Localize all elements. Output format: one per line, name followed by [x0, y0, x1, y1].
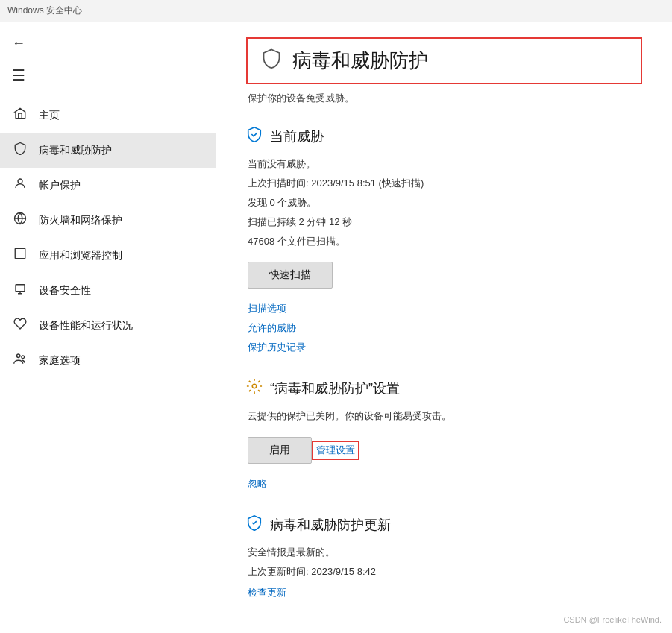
watermark: CSDN @FreelikeTheWind.	[563, 615, 662, 624]
section-header-virus-update: 病毒和威胁防护更新	[246, 514, 642, 535]
manage-settings-link[interactable]: 管理设置	[312, 441, 359, 460]
sidebar-item-label-account: 帐户保护	[39, 179, 81, 192]
section-body-virus-update: 安全情报是最新的。上次更新时间: 2023/9/15 8:42检查更新	[246, 544, 642, 599]
current-threats-line-4: 47608 个文件已扫描。	[248, 233, 642, 250]
section-title-virus-settings: “病毒和威胁防护”设置	[270, 380, 400, 397]
back-button[interactable]: ←	[0, 28, 216, 59]
app-container: ← ☰ 主页病毒和威胁防护帐户保护防火墙和网络保护应用和浏览器控制设备安全性设备…	[0, 22, 672, 633]
svg-rect-3	[16, 285, 25, 292]
svg-rect-2	[15, 248, 25, 259]
section-title-current-threats: 当前威胁	[270, 127, 324, 145]
section-title-virus-update: 病毒和威胁防护更新	[270, 516, 391, 534]
sidebar-item-app[interactable]: 应用和浏览器控制	[0, 238, 216, 273]
hamburger-icon: ☰	[12, 67, 25, 84]
sidebar-item-label-home: 主页	[39, 109, 60, 122]
current-threats-line-2: 发现 0 个威胁。	[248, 195, 642, 211]
page-title: 病毒和威胁防护	[292, 48, 428, 74]
sidebar: ← ☰ 主页病毒和威胁防护帐户保护防火墙和网络保护应用和浏览器控制设备安全性设备…	[0, 22, 216, 633]
performance-icon	[12, 317, 28, 334]
virus-settings-section-icon	[246, 378, 263, 399]
sidebar-items-list: 主页病毒和威胁防护帐户保护防火墙和网络保护应用和浏览器控制设备安全性设备性能和运…	[0, 98, 216, 378]
virus-update-line-1: 上次更新时间: 2023/9/15 8:42	[248, 564, 642, 580]
back-icon: ←	[12, 36, 25, 51]
virus-settings-line-0: 云提供的保护已关闭。你的设备可能易受攻击。	[248, 408, 642, 424]
page-subtitle: 保护你的设备免受威胁。	[246, 92, 642, 105]
current-threats-line-3: 扫描已持续 2 分钟 12 秒	[248, 214, 642, 230]
section-header-current-threats: 当前威胁	[246, 126, 642, 147]
section-virus-settings: “病毒和威胁防护”设置云提供的保护已关闭。你的设备可能易受攻击。启用管理设置忽略	[246, 378, 642, 490]
virus-update-section-icon	[246, 514, 263, 535]
virus-settings-button[interactable]: 启用	[248, 437, 312, 464]
svg-point-5	[22, 356, 25, 359]
app-icon	[12, 247, 28, 264]
home-icon	[12, 107, 28, 124]
svg-point-6	[252, 385, 257, 389]
svg-point-4	[17, 354, 21, 358]
section-current-threats: 当前威胁当前没有威胁。上次扫描时间: 2023/9/15 8:51 (快速扫描)…	[246, 126, 642, 354]
page-header-icon	[261, 48, 282, 74]
link-ignore[interactable]: 忽略	[248, 477, 642, 491]
sidebar-item-performance[interactable]: 设备性能和运行状况	[0, 308, 216, 343]
check-update-link[interactable]: 检查更新	[248, 586, 642, 599]
sidebar-item-firewall[interactable]: 防火墙和网络保护	[0, 203, 216, 238]
sidebar-item-home[interactable]: 主页	[0, 98, 216, 133]
sidebar-item-label-firewall: 防火墙和网络保护	[39, 214, 122, 227]
virus-update-line-0: 安全情报是最新的。	[248, 544, 642, 561]
sidebar-item-label-device: 设备安全性	[39, 284, 91, 297]
sidebar-item-label-performance: 设备性能和运行状况	[39, 319, 133, 333]
page-header: 病毒和威胁防护	[246, 37, 642, 84]
title-bar: Windows 安全中心	[0, 0, 672, 22]
account-icon	[12, 177, 28, 194]
sidebar-item-device[interactable]: 设备安全性	[0, 273, 216, 308]
section-virus-update: 病毒和威胁防护更新安全情报是最新的。上次更新时间: 2023/9/15 8:42…	[246, 514, 642, 599]
section-body-current-threats: 当前没有威胁。上次扫描时间: 2023/9/15 8:51 (快速扫描)发现 0…	[246, 156, 642, 354]
virus-icon	[12, 142, 28, 159]
current-threats-button[interactable]: 快速扫描	[248, 262, 333, 289]
link-allowed-threats[interactable]: 允许的威胁	[248, 321, 642, 335]
sidebar-item-label-app: 应用和浏览器控制	[39, 249, 122, 262]
current-threats-line-1: 上次扫描时间: 2023/9/15 8:51 (快速扫描)	[248, 175, 642, 192]
device-icon	[12, 282, 28, 299]
current-threats-line-0: 当前没有威胁。	[248, 156, 642, 172]
sections-container: 当前威胁当前没有威胁。上次扫描时间: 2023/9/15 8:51 (快速扫描)…	[246, 126, 642, 599]
current-threats-section-icon	[246, 126, 263, 147]
family-icon	[12, 352, 28, 369]
svg-point-0	[18, 179, 22, 183]
sidebar-item-account[interactable]: 帐户保护	[0, 168, 216, 203]
sidebar-item-virus[interactable]: 病毒和威胁防护	[0, 133, 216, 168]
main-inner: 病毒和威胁防护 保护你的设备免受威胁。 当前威胁当前没有威胁。上次扫描时间: 2…	[216, 22, 672, 633]
sidebar-item-label-family: 家庭选项	[39, 354, 81, 368]
main-content: 病毒和威胁防护 保护你的设备免受威胁。 当前威胁当前没有威胁。上次扫描时间: 2…	[216, 22, 672, 633]
firewall-icon	[12, 212, 28, 229]
section-body-virus-settings: 云提供的保护已关闭。你的设备可能易受攻击。启用管理设置忽略	[246, 408, 642, 490]
section-header-virus-settings: “病毒和威胁防护”设置	[246, 378, 642, 399]
menu-icon[interactable]: ☰	[0, 59, 216, 92]
link-protection-history[interactable]: 保护历史记录	[248, 341, 642, 354]
sidebar-item-family[interactable]: 家庭选项	[0, 343, 216, 378]
sidebar-item-label-virus: 病毒和威胁防护	[39, 144, 112, 157]
title-bar-label: Windows 安全中心	[7, 5, 82, 16]
link-scan-options[interactable]: 扫描选项	[248, 302, 642, 315]
